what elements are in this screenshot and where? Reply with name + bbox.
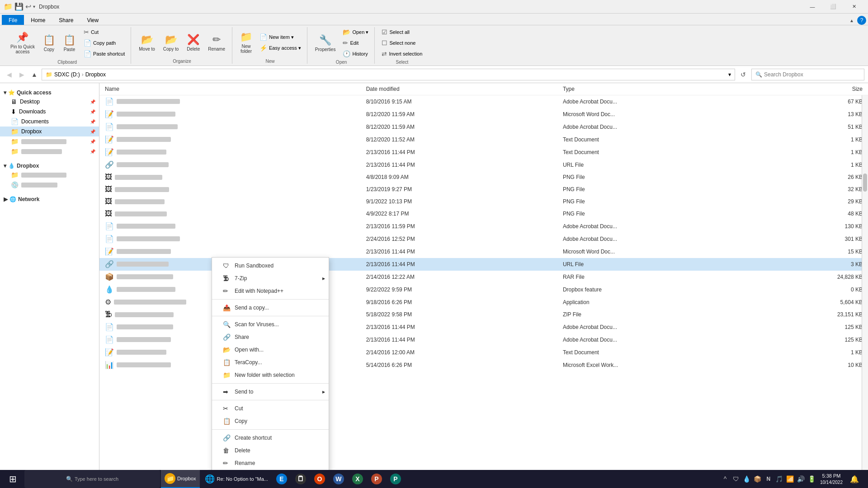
minimize-button[interactable]: — — [802, 0, 823, 14]
paste-shortcut-button[interactable]: 📄 Paste shortcut — [81, 49, 127, 59]
file-row[interactable]: 📄 8/10/2016 9:15 AM Adobe Acrobat Docu..… — [99, 95, 868, 108]
ctx-7zip[interactable]: 🗜 7-Zip — [212, 272, 329, 285]
file-row[interactable]: 📝 2/13/2016 11:44 PM Text Document 1 KB — [99, 146, 868, 159]
tab-file[interactable]: File — [2, 15, 24, 25]
cut-small-button[interactable]: ✂ Cut — [81, 27, 127, 37]
sidebar-item-dropbox[interactable]: 📁 Dropbox 📌 — [0, 127, 99, 136]
network-section[interactable]: ▶ 🌐 Network — [0, 193, 99, 203]
tab-view[interactable]: View — [80, 15, 105, 25]
ctx-create-shortcut[interactable]: 🔗 Create shortcut — [212, 432, 329, 444]
col-header-name[interactable]: Name — [103, 85, 364, 93]
ctx-new-folder-selection[interactable]: 📁 New folder with selection — [212, 369, 329, 381]
invert-selection-button[interactable]: ⇄ Invert selection — [379, 49, 425, 59]
scrollbar-thumb[interactable] — [863, 174, 867, 192]
title-chevron[interactable]: ▾ — [33, 4, 35, 9]
sidebar-item-documents[interactable]: 📄 Documents 📌 — [0, 117, 99, 127]
file-row[interactable]: 📝 2/13/2016 11:44 PM Microsoft Word Doc.… — [99, 245, 868, 258]
sidebar-item-dropbox-sub-2[interactable]: 💿 — [0, 180, 99, 190]
maximize-button[interactable]: ⬜ — [823, 0, 844, 14]
dropbox-section[interactable]: ▾ 💧 Dropbox — [0, 160, 99, 170]
system-time[interactable]: 5:38 PM 10/14/2022 — [818, 473, 844, 485]
tray-norton[interactable]: N — [764, 474, 773, 483]
search-bar[interactable]: 🔍 Type here to search — [24, 470, 160, 488]
tray-dropbox[interactable]: 💧 — [742, 474, 751, 483]
ctx-copy[interactable]: 📋 Copy — [212, 415, 329, 427]
start-button[interactable]: ⊞ — [2, 470, 24, 488]
battery-icon[interactable]: 🔋 — [807, 474, 816, 483]
col-header-size[interactable]: Size — [758, 85, 864, 93]
notification-button[interactable]: 🔔 — [846, 470, 863, 488]
quick-access-section[interactable]: ▾ ⭐ Quick access — [0, 87, 99, 97]
file-row[interactable]: 🖼 4/9/2022 8:17 PM PNG File 48 KB — [99, 208, 868, 220]
tab-home[interactable]: Home — [24, 15, 52, 25]
taskbar-btn-chrome[interactable]: 🌐 Re: No Option to "Ma... — [201, 470, 272, 488]
delete-button[interactable]: ❌ Delete — [184, 32, 203, 54]
taskbar-btn-notes[interactable]: 🗒 — [292, 470, 310, 488]
search-input[interactable] — [764, 71, 860, 78]
taskbar-btn-edge[interactable]: E — [273, 470, 291, 488]
sidebar-item-downloads[interactable]: ⬇ Downloads 📌 — [0, 107, 99, 117]
tray-chevron[interactable]: ^ — [721, 474, 730, 483]
tray-music[interactable]: 🎵 — [775, 474, 784, 483]
file-row[interactable]: 🖼 1/23/2019 9:27 PM PNG File 32 KB — [99, 183, 868, 196]
address-chevron[interactable]: ▾ — [728, 71, 731, 78]
help-button[interactable]: ? — [857, 16, 866, 25]
file-row[interactable]: 📝 8/12/2020 11:52 AM Text Document 1 KB — [99, 133, 868, 146]
file-row[interactable]: 📄 2/13/2016 11:59 PM Adobe Acrobat Docu.… — [99, 220, 868, 233]
ribbon-collapse-btn[interactable]: ▲ — [848, 17, 855, 24]
col-header-date[interactable]: Date modified — [364, 85, 561, 93]
scrollbar[interactable] — [862, 83, 868, 475]
network-icon[interactable]: 📶 — [786, 474, 795, 483]
properties-button[interactable]: 🔧 Properties — [312, 32, 339, 54]
sidebar-item-blurred-1[interactable]: 📁 📌 — [0, 136, 99, 146]
select-none-button[interactable]: ☐ Select none — [379, 38, 425, 48]
file-row[interactable]: 📝 8/12/2020 11:59 AM Microsoft Word Doc.… — [99, 108, 868, 121]
tray-package[interactable]: 📦 — [753, 474, 762, 483]
edit-button[interactable]: ✏ Edit — [340, 38, 371, 48]
volume-icon[interactable]: 🔊 — [797, 474, 806, 483]
ctx-teracopy[interactable]: 📋 TeraCopy... — [212, 356, 329, 369]
paste-button[interactable]: 📋 Paste — [60, 32, 79, 54]
up-button[interactable]: ▲ — [29, 69, 40, 80]
address-path[interactable]: 📁 SDXC (D:) › Dropbox ▾ — [42, 69, 735, 80]
new-folder-button[interactable]: 📁 Newfolder — [237, 29, 255, 56]
sidebar-item-blurred-2[interactable]: 📁 📌 — [0, 146, 99, 156]
copy-to-button[interactable]: 📂 Copy to — [160, 32, 182, 54]
ctx-rename[interactable]: ✏ Rename — [212, 457, 329, 469]
forward-button[interactable]: ▶ — [16, 69, 27, 80]
close-button[interactable]: ✕ — [844, 0, 864, 14]
ctx-share[interactable]: 🔗 Share — [212, 331, 329, 343]
copy-button[interactable]: 📋 Copy — [40, 32, 58, 54]
taskbar-btn-dropbox[interactable]: 📁 Dropbox — [161, 470, 200, 488]
taskbar-btn-excel[interactable]: X — [349, 470, 367, 488]
ctx-send-copy[interactable]: 📤 Send a copy... — [212, 301, 329, 314]
copy-path-button[interactable]: 📄 Copy path — [81, 38, 127, 48]
file-row[interactable]: 🖼 4/8/2018 9:09 AM PNG File 26 KB — [99, 171, 868, 183]
select-all-button[interactable]: ☑ Select all — [379, 27, 425, 37]
sidebar-item-dropbox-sub-1[interactable]: 📁 — [0, 170, 99, 180]
ctx-run-sandboxed[interactable]: 🛡 Run Sandboxed — [212, 259, 329, 272]
file-row[interactable]: 🖼 9/1/2022 10:13 PM PNG File 29 KB — [99, 196, 868, 208]
history-button[interactable]: 🕐 History — [340, 49, 371, 59]
tray-shield[interactable]: 🛡 — [731, 474, 741, 483]
ctx-send-to[interactable]: ➡ Send to — [212, 385, 329, 398]
ctx-scan-viruses[interactable]: 🔍 Scan for Viruses... — [212, 318, 329, 331]
ctx-cut[interactable]: ✂ Cut — [212, 402, 329, 415]
taskbar-btn-publisher[interactable]: P — [387, 470, 405, 488]
sidebar-item-desktop[interactable]: 🖥 Desktop 📌 — [0, 97, 99, 107]
tab-share[interactable]: Share — [52, 15, 80, 25]
file-row[interactable]: 📄 8/12/2020 11:59 AM Adobe Acrobat Docu.… — [99, 121, 868, 133]
file-row[interactable]: 🔗 2/13/2016 11:44 PM URL File 1 KB — [99, 159, 868, 171]
ctx-edit-notepadpp[interactable]: ✏ Edit with Notepad++ — [212, 285, 329, 297]
file-row[interactable]: 📄 2/24/2016 12:52 PM Adobe Acrobat Docu.… — [99, 233, 868, 245]
move-to-button[interactable]: 📂 Move to — [136, 32, 158, 54]
ctx-delete[interactable]: 🗑 Delete — [212, 444, 329, 457]
new-item-button[interactable]: 📄 New item ▾ — [257, 32, 303, 42]
pin-to-quick-access-button[interactable]: 📌 Pin to Quickaccess — [7, 29, 38, 56]
back-button[interactable]: ◀ — [4, 69, 14, 80]
taskbar-btn-outlook[interactable]: O — [311, 470, 329, 488]
ctx-open-with[interactable]: 📂 Open with... — [212, 343, 329, 356]
easy-access-button[interactable]: ⚡ Easy access ▾ — [257, 43, 303, 53]
refresh-button[interactable]: ↺ — [737, 68, 750, 81]
col-header-type[interactable]: Type — [561, 85, 758, 93]
